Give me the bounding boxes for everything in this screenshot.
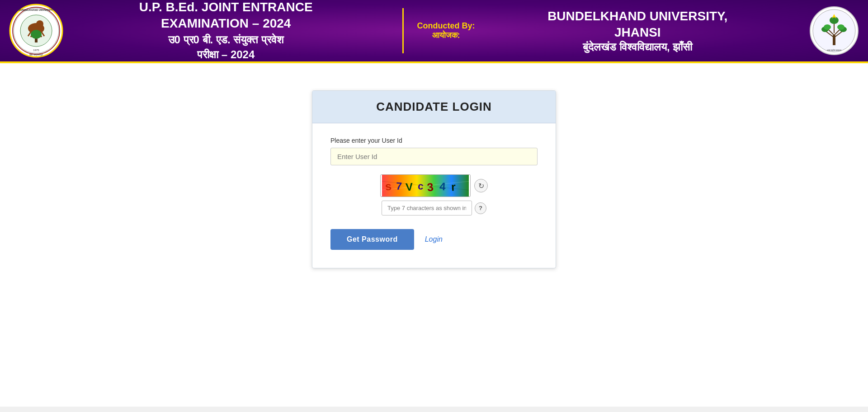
- login-link[interactable]: Login: [425, 235, 443, 243]
- user-id-group: Please enter your User Id: [330, 137, 538, 165]
- svg-text:7: 7: [396, 180, 402, 192]
- exam-title-en-line1: U.P. B.Ed. JOINT ENTRANCE: [139, 0, 313, 15]
- login-card-title: CANDIDATE LOGIN: [326, 100, 542, 114]
- button-row: Get Password Login: [330, 229, 538, 250]
- captcha-refresh-button[interactable]: ↻: [474, 179, 488, 192]
- svg-text:उत्तर प्रदेश सरकार: उत्तर प्रदेश सरकार: [826, 49, 842, 52]
- login-card-body: Please enter your User Id: [312, 123, 556, 268]
- captcha-image-row: s 7 V c 3 4 r ↻: [380, 174, 488, 197]
- svg-point-11: [31, 30, 42, 39]
- exam-title-en-line2: EXAMINATION – 2024: [161, 15, 291, 32]
- exam-title-hi-line2: परीक्षा – 2024: [197, 47, 255, 62]
- page-header: 1975 BUNDELKHAND UNIVERSITY विद्या अमृतम…: [0, 0, 868, 63]
- svg-text:4: 4: [439, 180, 446, 193]
- right-logo: उत्तर प्रदेश सरकार: [809, 6, 859, 56]
- captcha-help-button[interactable]: ?: [475, 202, 486, 214]
- exam-title-hi-line1: उ0 प्र0 बी. एड. संयुक्त प्रवेश: [168, 32, 284, 47]
- svg-text:r: r: [451, 180, 456, 193]
- header-divider: [402, 8, 404, 53]
- login-card: CANDIDATE LOGIN Please enter your User I…: [312, 90, 556, 268]
- svg-text:विद्या अमृतमश्नुते: विद्या अमृतमश्नुते: [29, 53, 42, 56]
- header-center-text: U.P. B.Ed. JOINT ENTRANCE EXAMINATION – …: [63, 0, 389, 62]
- login-card-header: CANDIDATE LOGIN: [312, 91, 556, 123]
- aayojak-label: आयोजक:: [432, 31, 460, 40]
- help-icon: ?: [479, 205, 482, 211]
- svg-point-26: [837, 24, 844, 30]
- main-content: CANDIDATE LOGIN Please enter your User I…: [0, 63, 868, 407]
- svg-point-24: [824, 24, 831, 30]
- university-name-line1: BUNDELKHAND UNIVERSITY,: [547, 8, 727, 24]
- captcha-image: s 7 V c 3 4 r: [380, 174, 471, 197]
- user-id-label: Please enter your User Id: [330, 137, 538, 144]
- svg-text:3: 3: [426, 180, 434, 193]
- conducted-by-label: Conducted By:: [417, 21, 475, 31]
- refresh-icon: ↻: [478, 182, 484, 190]
- university-name-line2: JHANSI: [614, 24, 661, 41]
- conducted-by-block: Conducted By: आयोजक:: [417, 21, 475, 40]
- captcha-input-row: ?: [382, 201, 486, 215]
- svg-text:s: s: [385, 179, 392, 192]
- header-right-text: BUNDELKHAND UNIVERSITY, JHANSI बुंदेलखंड…: [475, 8, 801, 54]
- svg-text:V: V: [405, 180, 413, 193]
- user-id-input[interactable]: [330, 148, 538, 165]
- left-logo: 1975 BUNDELKHAND UNIVERSITY विद्या अमृतम…: [9, 4, 63, 58]
- get-password-button[interactable]: Get Password: [330, 229, 414, 250]
- svg-point-5: [36, 20, 43, 28]
- svg-text:BUNDELKHAND UNIVERSITY: BUNDELKHAND UNIVERSITY: [19, 9, 54, 11]
- svg-text:c: c: [417, 180, 424, 192]
- svg-point-27: [830, 17, 839, 24]
- svg-text:1975: 1975: [33, 49, 39, 52]
- captcha-input[interactable]: [382, 201, 472, 215]
- university-name-hindi: बुंदेलखंड विश्वविद्यालय, झाँसी: [583, 41, 692, 53]
- captcha-container: s 7 V c 3 4 r ↻: [330, 174, 538, 215]
